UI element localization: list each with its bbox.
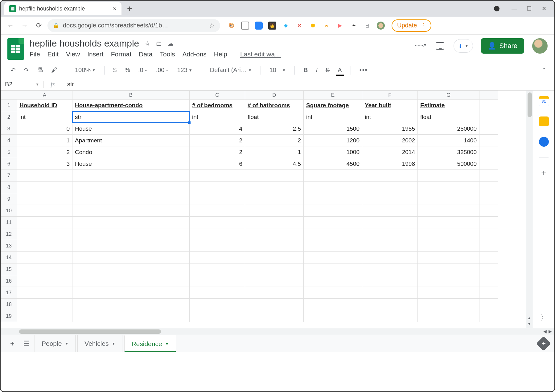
cell[interactable] [190,193,245,205]
cell[interactable] [362,205,418,217]
menu-help[interactable]: Help [214,51,227,58]
cell[interactable] [479,287,498,299]
row-header[interactable]: 13 [1,240,17,252]
cell[interactable] [245,193,304,205]
cell[interactable]: Year built [362,100,418,111]
row-header[interactable]: 17 [1,287,17,299]
cell[interactable] [362,217,418,228]
italic-button[interactable]: I [314,65,319,75]
cell[interactable] [304,252,362,263]
menu-format[interactable]: Format [111,51,132,58]
select-all-corner[interactable] [1,91,17,100]
cell[interactable]: 2 [190,146,245,158]
row-header[interactable]: 18 [1,299,17,310]
menu-tools[interactable]: Tools [160,51,175,58]
comments-icon[interactable] [434,40,446,51]
cell[interactable] [418,228,479,240]
cell[interactable] [362,228,418,240]
cell[interactable] [190,275,245,287]
cell[interactable] [190,299,245,310]
all-sheets-button[interactable]: ☰ [20,337,33,350]
cell[interactable]: 0 [17,123,72,135]
sheet-tab-vehicles[interactable]: Vehicles▼ [77,335,122,352]
cell[interactable] [190,170,245,182]
cell[interactable] [245,310,304,322]
cell[interactable]: 4500 [304,158,362,170]
scroll-down-icon[interactable]: ▼ [527,321,531,326]
cell[interactable] [72,217,190,228]
cell[interactable] [72,193,190,205]
cell[interactable] [72,299,190,310]
cell[interactable] [245,252,304,263]
row-header[interactable]: 12 [1,228,17,240]
cell[interactable]: House [72,123,190,135]
cell[interactable] [362,299,418,310]
sheet-tab-people[interactable]: People▼ [35,335,76,352]
cell[interactable]: 4 [190,123,245,135]
cell[interactable]: int [17,111,72,123]
cell[interactable]: 2 [17,146,72,158]
cell[interactable]: 2 [245,135,304,146]
cell[interactable]: Estimate [418,100,479,111]
cell[interactable]: Apartment [72,135,190,146]
cell[interactable] [17,217,72,228]
row-header[interactable]: 3 [1,123,17,135]
row-header[interactable]: 11 [1,217,17,228]
cell[interactable] [17,299,72,310]
cell[interactable]: Household ID [17,100,72,111]
cell[interactable] [479,205,498,217]
last-edit-link[interactable]: Last edit wa… [240,51,281,58]
ext-icon[interactable] [241,22,249,30]
document-title[interactable]: hepfile housholds example [30,38,139,49]
cell[interactable] [245,182,304,193]
cell[interactable] [418,287,479,299]
cell[interactable]: 1998 [362,158,418,170]
cell[interactable]: int [190,111,245,123]
extensions-puzzle-icon[interactable]: ✦ [350,22,358,30]
cell[interactable] [245,263,304,275]
sheets-logo-icon[interactable] [7,38,24,60]
zoom-dropdown[interactable]: 100% ▼ [73,65,97,75]
cell[interactable] [304,205,362,217]
row-header[interactable]: 9 [1,193,17,205]
cell[interactable] [245,228,304,240]
bold-button[interactable]: B [302,65,310,75]
font-dropdown[interactable]: Default (Ari… ▼ [208,65,254,75]
decrease-decimal-button[interactable]: .0← [136,65,150,75]
cell[interactable] [17,252,72,263]
cell[interactable] [304,263,362,275]
name-box[interactable]: B2▼ [1,81,44,88]
text-color-button[interactable]: A [336,65,343,75]
cell[interactable] [190,263,245,275]
cell[interactable] [418,310,479,322]
cell[interactable] [304,193,362,205]
menu-addons[interactable]: Add-ons [183,51,207,58]
cell[interactable] [304,310,362,322]
horizontal-scrollbar[interactable]: ◀▶ [1,328,554,335]
cell[interactable] [72,275,190,287]
cell[interactable] [17,205,72,217]
cell[interactable] [304,170,362,182]
menu-edit[interactable]: Edit [47,51,59,58]
cell[interactable] [362,170,418,182]
col-header[interactable]: G [418,91,479,100]
cell[interactable] [304,217,362,228]
cell[interactable] [190,287,245,299]
close-window-icon[interactable]: ✕ [541,6,547,12]
back-button[interactable]: ← [5,20,16,31]
cell[interactable]: 1 [17,135,72,146]
cell[interactable] [72,205,190,217]
explore-button[interactable]: ✦ [536,336,551,351]
cell[interactable] [245,275,304,287]
omnibox[interactable]: 🔒 docs.google.com/spreadsheets/d/1b… ☆ [47,19,220,32]
col-header[interactable]: A [17,91,72,100]
col-header[interactable]: C [190,91,245,100]
cell[interactable] [362,240,418,252]
vertical-scrollbar[interactable]: ▲▼ [526,91,533,328]
cell[interactable] [304,287,362,299]
cell[interactable]: 1500 [304,123,362,135]
collapse-sidepanel-icon[interactable]: 〉 [541,313,547,322]
sheet-tab-residence[interactable]: Residence▼ [124,335,176,352]
cell[interactable] [479,135,498,146]
cell[interactable] [245,240,304,252]
